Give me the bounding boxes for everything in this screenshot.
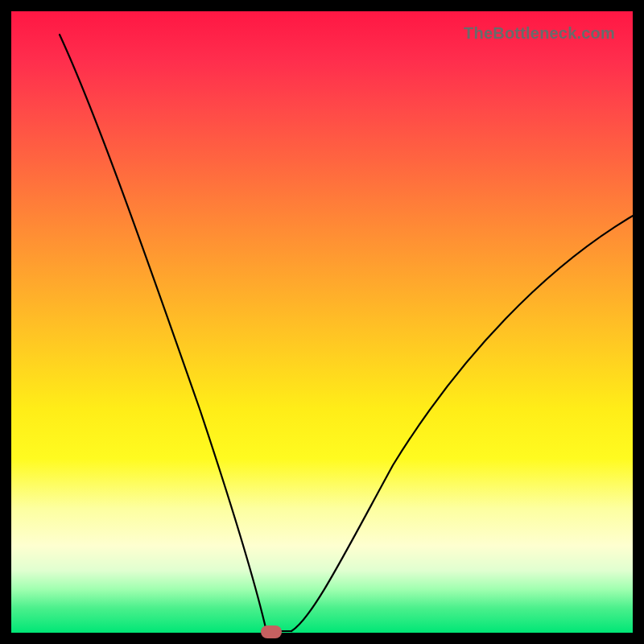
watermark-text: TheBottleneck.com [464,24,615,43]
curve-layer [23,23,644,644]
left-curve [60,35,291,631]
right-curve [291,209,644,631]
optimum-marker [261,625,282,638]
chart-plot-area: TheBottleneck.com [11,11,633,633]
